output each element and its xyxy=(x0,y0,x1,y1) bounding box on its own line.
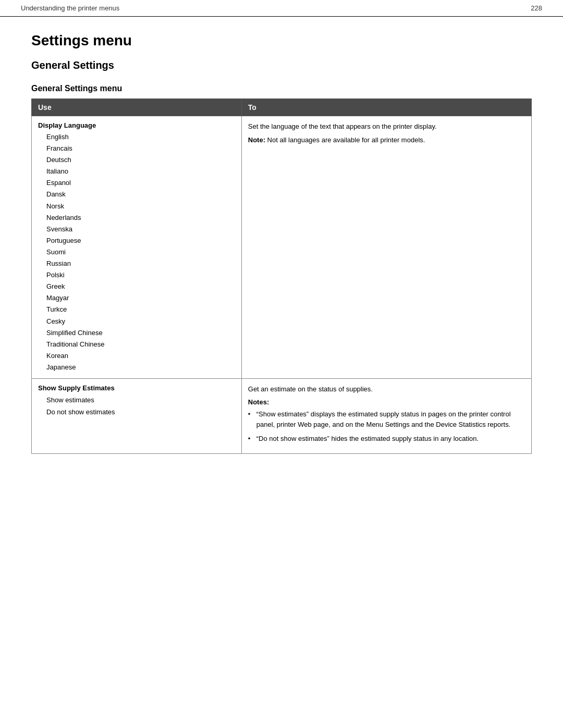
lang-japanese: Japanese xyxy=(46,362,235,373)
lang-espanol: Espanol xyxy=(46,177,235,189)
supply-estimates-label: Show Supply Estimates xyxy=(38,384,235,392)
lang-francais: Francais xyxy=(46,143,235,154)
content-area: Settings menu General Settings General S… xyxy=(0,32,563,475)
lang-english: English xyxy=(46,131,235,143)
header-left-text: Understanding the printer menus xyxy=(21,4,119,12)
table-row: Show Supply Estimates Show estimates Do … xyxy=(32,378,532,453)
header-bar: Understanding the printer menus 228 xyxy=(0,0,563,17)
supply-do-not-show: Do not show estimates xyxy=(46,406,235,418)
page-container: Understanding the printer menus 228 Sett… xyxy=(0,0,563,728)
supply-show-estimates: Show estimates xyxy=(46,394,235,406)
lang-greek: Greek xyxy=(46,281,235,292)
display-language-description: Set the language of the text that appear… xyxy=(248,121,525,132)
supply-bullet-list: “Show estimates” displays the estimated … xyxy=(248,409,525,444)
subsection-title: General Settings menu xyxy=(31,84,532,93)
lang-turkce: Turkce xyxy=(46,304,235,315)
table-row: Display Language English Francais Deutsc… xyxy=(32,116,532,379)
lang-svenska: Svenska xyxy=(46,224,235,235)
lang-dansk: Dansk xyxy=(46,189,235,200)
lang-portuguese: Portuguese xyxy=(46,235,235,246)
lang-korean: Korean xyxy=(46,350,235,362)
display-language-note: Note: Not all languages are available fo… xyxy=(248,135,525,145)
display-language-label: Display Language xyxy=(38,121,235,129)
settings-table: Use To Display Language English Francais… xyxy=(31,98,532,454)
use-cell-display-language: Display Language English Francais Deutsc… xyxy=(32,116,242,379)
col-header-to: To xyxy=(241,99,531,116)
lang-magyar: Magyar xyxy=(46,292,235,304)
lang-simplified-chinese: Simplified Chinese xyxy=(46,327,235,339)
to-cell-display-language: Set the language of the text that appear… xyxy=(241,116,531,379)
lang-suomi: Suomi xyxy=(46,246,235,258)
lang-russian: Russian xyxy=(46,258,235,269)
lang-cesky: Cesky xyxy=(46,316,235,327)
bullet-item-1: “Show estimates” displays the estimated … xyxy=(248,409,525,429)
supply-description: Get an estimate on the status of supplie… xyxy=(248,384,525,394)
lang-deutsch: Deutsch xyxy=(46,154,235,166)
note-text: Not all languages are available for all … xyxy=(267,136,425,144)
note-label: Note: xyxy=(248,136,265,144)
section-title: General Settings xyxy=(31,59,532,71)
header-page-number: 228 xyxy=(531,4,542,12)
use-cell-supply-estimates: Show Supply Estimates Show estimates Do … xyxy=(32,378,242,453)
to-cell-supply-estimates: Get an estimate on the status of supplie… xyxy=(241,378,531,453)
main-title: Settings menu xyxy=(31,32,532,49)
col-header-use: Use xyxy=(32,99,242,116)
lang-italiano: Italiano xyxy=(46,166,235,177)
bullet-item-2: “Do not show estimates” hides the estima… xyxy=(248,434,525,444)
lang-traditional-chinese: Traditional Chinese xyxy=(46,339,235,350)
lang-nederlands: Nederlands xyxy=(46,212,235,224)
notes-label: Notes: xyxy=(248,398,525,406)
lang-norsk: Norsk xyxy=(46,201,235,212)
lang-polski: Polski xyxy=(46,269,235,281)
